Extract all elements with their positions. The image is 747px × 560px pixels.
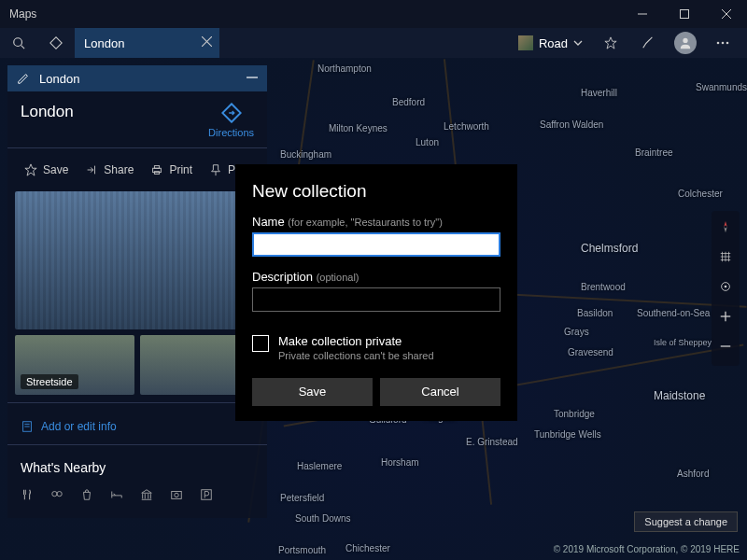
map-label: Milton Keynes <box>329 123 388 133</box>
new-collection-dialog: New collection Name (for example, "Resta… <box>235 164 517 421</box>
map-controls <box>712 211 740 366</box>
avatar-icon <box>674 32 697 54</box>
add-edit-info-button[interactable]: Add or edit info <box>7 409 267 444</box>
svg-point-11 <box>717 42 720 45</box>
locate-button[interactable] <box>719 280 732 297</box>
pen-icon <box>641 36 655 49</box>
map-label: Petersfield <box>280 493 324 503</box>
svg-marker-16 <box>25 164 36 175</box>
zoom-out-button[interactable] <box>719 340 732 357</box>
map-label: Chichester <box>345 543 390 553</box>
pencil-icon <box>17 72 30 85</box>
minimize-button[interactable] <box>621 0 663 28</box>
hotels-icon[interactable] <box>110 488 123 505</box>
ink-button[interactable] <box>629 28 667 58</box>
map-label: Buckingham <box>280 149 331 160</box>
svg-rect-18 <box>155 166 160 169</box>
rotate-button[interactable] <box>719 220 732 237</box>
map-label: Letchworth <box>444 121 489 132</box>
compass-icon <box>719 220 732 233</box>
map-label: Northampton <box>317 63 372 74</box>
restaurants-icon[interactable] <box>21 488 34 505</box>
map-label: Grays <box>564 327 589 337</box>
suggest-change-button[interactable]: Suggest a change <box>634 511 738 532</box>
close-tab-button[interactable] <box>202 35 212 49</box>
top-toolbar: London Road <box>0 28 747 58</box>
svg-rect-6 <box>50 37 62 49</box>
more-button[interactable] <box>704 28 741 58</box>
map-label: Braintree <box>635 147 673 158</box>
note-icon <box>21 420 34 433</box>
attractions-icon[interactable] <box>50 488 63 505</box>
road-swatch-icon <box>518 35 533 50</box>
dialog-cancel-button[interactable]: Cancel <box>380 378 500 406</box>
share-icon <box>85 163 98 176</box>
svg-point-4 <box>14 38 22 47</box>
streetside-photo[interactable]: Streetside <box>15 335 134 395</box>
panel-header[interactable]: London <box>7 65 267 91</box>
streetside-badge: Streetside <box>21 374 78 389</box>
saved-places-button[interactable] <box>592 28 629 58</box>
map-label: Chelmsford <box>581 242 638 255</box>
dialog-save-button[interactable]: Save <box>252 378 373 406</box>
locate-icon <box>719 280 732 293</box>
banks-icon[interactable] <box>140 488 153 505</box>
account-button[interactable] <box>667 28 704 58</box>
search-button[interactable] <box>0 28 37 58</box>
map-label: Haverhill <box>581 88 617 98</box>
titlebar: Maps <box>0 0 747 28</box>
parking-icon[interactable] <box>200 488 213 505</box>
diamond-icon <box>49 36 63 49</box>
description-input[interactable] <box>252 287 500 312</box>
map-style-button[interactable]: Road <box>509 28 592 58</box>
map-label: Bedford <box>392 97 425 107</box>
search-tab-label: London <box>84 36 124 50</box>
print-icon <box>150 163 163 176</box>
map-label: Gravesend <box>568 347 613 357</box>
map-style-label: Road <box>539 36 568 50</box>
maximize-button[interactable] <box>663 0 705 28</box>
name-field-label: Name (for example, "Restaurants to try") <box>252 215 500 229</box>
svg-rect-25 <box>172 492 182 499</box>
svg-marker-28 <box>724 221 727 227</box>
minimize-icon <box>247 72 258 83</box>
svg-marker-9 <box>605 37 616 49</box>
share-action[interactable]: Share <box>78 160 141 180</box>
close-icon <box>202 36 212 47</box>
tilt-button[interactable] <box>719 250 732 267</box>
dialog-title: New collection <box>252 181 500 202</box>
minus-icon <box>719 340 732 353</box>
shopping-icon[interactable] <box>80 488 93 505</box>
svg-point-26 <box>175 493 178 497</box>
panel-minimize-button[interactable] <box>247 72 258 86</box>
divider <box>7 147 267 148</box>
location-title: London <box>21 103 208 121</box>
divider <box>7 444 267 445</box>
print-action[interactable]: Print <box>143 160 200 180</box>
svg-line-5 <box>21 46 25 49</box>
save-action[interactable]: Save <box>17 160 76 180</box>
attribution-text: © 2019 Microsoft Corporation, © 2019 HER… <box>554 544 740 554</box>
map-label: Brentwood <box>581 282 626 292</box>
pin-icon <box>209 163 222 176</box>
map-label: Isle of Sheppey <box>654 338 712 347</box>
add-edit-label: Add or edit info <box>41 420 117 433</box>
map-label: Ashford <box>677 469 709 479</box>
chevron-down-icon <box>573 38 583 48</box>
hero-photo[interactable] <box>15 191 260 329</box>
private-label: Make collection private <box>278 334 434 350</box>
map-label: Portsmouth <box>278 545 326 555</box>
photo-icon[interactable] <box>170 488 183 505</box>
search-tab[interactable]: London <box>75 28 219 58</box>
map-label: Maidstone <box>654 389 705 402</box>
ellipsis-icon <box>716 41 729 45</box>
name-input[interactable] <box>252 232 500 257</box>
svg-point-12 <box>722 42 725 45</box>
private-checkbox[interactable] <box>252 335 269 352</box>
zoom-in-button[interactable] <box>719 310 732 327</box>
directions-button[interactable]: Directions <box>208 103 254 138</box>
map-label: Colchester <box>678 189 723 199</box>
directions-toolbar-button[interactable] <box>37 28 75 58</box>
close-button[interactable] <box>705 0 747 28</box>
whats-nearby-heading: What's Nearby <box>7 451 267 483</box>
